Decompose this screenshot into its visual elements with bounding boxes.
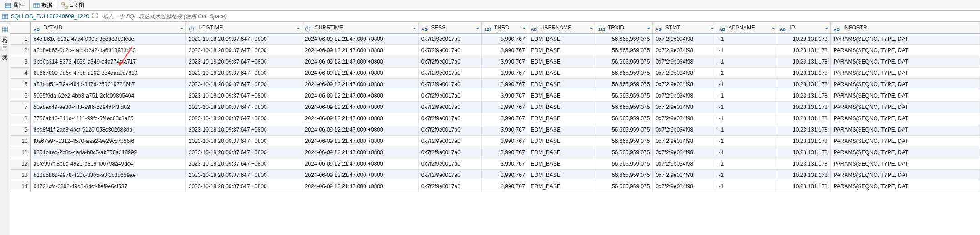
cell-ip[interactable]: 10.23.131.178 — [777, 79, 830, 90]
row-number[interactable]: 9 — [10, 124, 31, 136]
cell-dataid[interactable]: 3bb6b314-8372-4659-a349-e4a774cfa717 — [30, 56, 185, 68]
cell-appname[interactable]: -1 — [716, 170, 777, 181]
cell-currtime[interactable]: 2024-06-09 12:21:47.000 +0800 — [302, 136, 418, 147]
cell-thrd[interactable]: 3,990,767 — [481, 45, 528, 56]
cell-ip[interactable]: 10.23.131.178 — [777, 102, 830, 113]
cell-username[interactable]: EDM_BASE — [528, 102, 595, 113]
cell-dataid[interactable]: a83ddf51-f89a-464d-817d-2500197246b7 — [30, 79, 185, 90]
cell-logtime[interactable]: 2023-10-18 20:09:37.647 +0800 — [185, 68, 302, 79]
column-menu-icon[interactable] — [412, 24, 417, 29]
cell-dataid[interactable]: 5065f9da-62e2-4bb3-a751-2cfc09895404 — [30, 90, 185, 102]
view-grid-tab[interactable]: 网格 — [0, 24, 10, 36]
cell-infostr[interactable]: PARAMS(SEQNO, TYPE, DAT — [830, 90, 980, 102]
cell-infostr[interactable]: PARAMS(SEQNO, TYPE, DAT — [830, 68, 980, 79]
cell-infostr[interactable]: PARAMS(SEQNO, TYPE, DAT — [830, 102, 980, 113]
table-row[interactable]: 1404721cfc-6392-49d3-8dcf-ffef9e6cf53720… — [10, 181, 980, 192]
cell-stmt[interactable]: 0x7f2f9e034f98 — [653, 45, 716, 56]
table-row[interactable]: 98ea8f41f-2ac3-4bcf-9120-058c302083da202… — [10, 124, 980, 136]
cell-stmt[interactable]: 0x7f2f9e034f98 — [653, 181, 716, 192]
cell-currtime[interactable]: 2024-06-09 12:21:47.000 +0800 — [302, 79, 418, 90]
table-row[interactable]: 1e4cfb61c-8132-47a4-909b-35ed83b9fede202… — [10, 34, 980, 45]
cell-trxid[interactable]: 56,665,959,075 — [595, 102, 653, 113]
cell-appname[interactable]: -1 — [716, 34, 777, 45]
cell-dataid[interactable]: 6e667000-0d6e-47bb-a102-3e4daa0c7839 — [30, 68, 185, 79]
cell-dataid[interactable]: a2b8eb66-0c2c-4afb-b2a2-ba6313933d80 — [30, 45, 185, 56]
column-header-sess[interactable]: ABC SESS — [418, 22, 481, 34]
cell-sess[interactable]: 0x7f2f9e0017a0 — [418, 147, 481, 158]
cell-dataid[interactable]: 9301baec-2b8c-4ada-b8c5-ab756a218999 — [30, 147, 185, 158]
cell-currtime[interactable]: 2024-06-09 12:21:47.000 +0800 — [302, 68, 418, 79]
cell-dataid[interactable]: 04721cfc-6392-49d3-8dcf-ffef9e6cf537 — [30, 181, 185, 192]
row-number[interactable]: 8 — [10, 113, 31, 124]
cell-currtime[interactable]: 2024-06-09 12:21:47.000 +0800 — [302, 124, 418, 136]
cell-infostr[interactable]: PARAMS(SEQNO, TYPE, DAT — [830, 79, 980, 90]
cell-ip[interactable]: 10.23.131.178 — [777, 181, 830, 192]
column-header-logtime[interactable]: LOGTIME — [185, 22, 302, 34]
cell-sess[interactable]: 0x7f2f9e0017a0 — [418, 90, 481, 102]
cell-appname[interactable]: -1 — [716, 102, 777, 113]
cell-ip[interactable]: 10.23.131.178 — [777, 34, 830, 45]
table-row[interactable]: 33bb6b314-8372-4659-a349-e4a774cfa717202… — [10, 56, 980, 68]
column-menu-icon[interactable] — [475, 24, 480, 29]
cell-currtime[interactable]: 2024-06-09 12:21:47.000 +0800 — [302, 170, 418, 181]
cell-logtime[interactable]: 2023-10-18 20:09:37.647 +0800 — [185, 79, 302, 90]
cell-currtime[interactable]: 2024-06-09 12:21:47.000 +0800 — [302, 113, 418, 124]
cell-infostr[interactable]: PARAMS(SEQNO, TYPE, DAT — [830, 124, 980, 136]
row-number[interactable]: 6 — [10, 90, 31, 102]
view-text-tab[interactable]: 文本 — [0, 41, 10, 53]
column-header-currtime[interactable]: CURRTIME — [302, 22, 418, 34]
cell-sess[interactable]: 0x7f2f9e0017a0 — [418, 124, 481, 136]
cell-ip[interactable]: 10.23.131.178 — [777, 68, 830, 79]
cell-thrd[interactable]: 3,990,767 — [481, 170, 528, 181]
cell-infostr[interactable]: PARAMS(SEQNO, TYPE, DAT — [830, 147, 980, 158]
cell-logtime[interactable]: 2023-10-18 20:09:37.647 +0800 — [185, 45, 302, 56]
cell-sess[interactable]: 0x7f2f9e0017a0 — [418, 181, 481, 192]
tab-er-diagram[interactable]: ER 图 — [57, 0, 89, 10]
cell-thrd[interactable]: 3,990,767 — [481, 124, 528, 136]
column-header-username[interactable]: ABC USERNAME — [528, 22, 595, 34]
cell-ip[interactable]: 10.23.131.178 — [777, 170, 830, 181]
row-number[interactable]: 10 — [10, 136, 31, 147]
cell-dataid[interactable]: 7760ab10-211c-4111-99fc-5f4ec63c3a85 — [30, 113, 185, 124]
cell-infostr[interactable]: PARAMS(SEQNO, TYPE, DAT — [830, 45, 980, 56]
column-menu-icon[interactable] — [180, 24, 184, 29]
cell-trxid[interactable]: 56,665,959,075 — [595, 68, 653, 79]
cell-infostr[interactable]: PARAMS(SEQNO, TYPE, DAT — [830, 34, 980, 45]
column-header-dataid[interactable]: ABC DATAID — [30, 22, 185, 34]
cell-logtime[interactable]: 2023-10-18 20:09:37.647 +0800 — [185, 102, 302, 113]
cell-logtime[interactable]: 2023-10-18 20:09:37.647 +0800 — [185, 181, 302, 192]
table-row[interactable]: 2a2b8eb66-0c2c-4afb-b2a2-ba6313933d80202… — [10, 45, 980, 56]
cell-currtime[interactable]: 2024-06-09 12:21:47.000 +0800 — [302, 90, 418, 102]
cell-thrd[interactable]: 3,990,767 — [481, 147, 528, 158]
cell-ip[interactable]: 10.23.131.178 — [777, 147, 830, 158]
cell-trxid[interactable]: 56,665,959,075 — [595, 34, 653, 45]
cell-username[interactable]: EDM_BASE — [528, 170, 595, 181]
row-number[interactable]: 1 — [10, 34, 31, 45]
column-menu-icon[interactable] — [710, 24, 715, 29]
cell-currtime[interactable]: 2024-06-09 12:21:47.000 +0800 — [302, 158, 418, 170]
cell-username[interactable]: EDM_BASE — [528, 136, 595, 147]
cell-currtime[interactable]: 2024-06-09 12:21:47.000 +0800 — [302, 56, 418, 68]
table-row[interactable]: 12a6fe997f-8b6d-4921-b819-f00798a49dc420… — [10, 158, 980, 170]
column-header-trxid[interactable]: 123 TRXID — [595, 22, 653, 34]
cell-stmt[interactable]: 0x7f2f9e034f98 — [653, 34, 716, 45]
cell-sess[interactable]: 0x7f2f9e0017a0 — [418, 170, 481, 181]
cell-thrd[interactable]: 3,990,767 — [481, 56, 528, 68]
cell-sess[interactable]: 0x7f2f9e0017a0 — [418, 68, 481, 79]
cell-dataid[interactable]: f0a67a94-1312-4570-aaa2-9e29cc7b56f6 — [30, 136, 185, 147]
cell-ip[interactable]: 10.23.131.178 — [777, 45, 830, 56]
cell-thrd[interactable]: 3,990,767 — [481, 102, 528, 113]
cell-username[interactable]: EDM_BASE — [528, 56, 595, 68]
cell-username[interactable]: EDM_BASE — [528, 90, 595, 102]
column-menu-icon[interactable] — [589, 24, 594, 29]
cell-thrd[interactable]: 3,990,767 — [481, 113, 528, 124]
data-grid[interactable]: ABC DATAID LOGTIME CURRTIME — [10, 22, 980, 235]
cell-stmt[interactable]: 0x7f2f9e034f98 — [653, 136, 716, 147]
row-number[interactable]: 13 — [10, 170, 31, 181]
row-number[interactable]: 4 — [10, 68, 31, 79]
table-row[interactable]: 5a83ddf51-f89a-464d-817d-2500197246b7202… — [10, 79, 980, 90]
table-row[interactable]: 13b18d5b68-9978-420c-83b5-a3f1c3d659ae20… — [10, 170, 980, 181]
cell-logtime[interactable]: 2023-10-18 20:09:37.647 +0800 — [185, 56, 302, 68]
cell-trxid[interactable]: 56,665,959,075 — [595, 79, 653, 90]
cell-thrd[interactable]: 3,990,767 — [481, 68, 528, 79]
